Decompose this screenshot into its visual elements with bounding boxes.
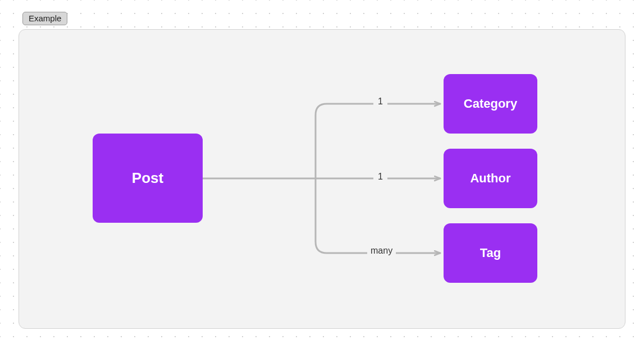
example-badge: Example — [22, 12, 67, 25]
edge-label-tag: many — [367, 246, 396, 256]
entity-author-label: Author — [470, 171, 510, 186]
edge-label-category: 1 — [373, 97, 387, 107]
entity-post: Post — [93, 134, 203, 223]
edge-label-author: 1 — [373, 172, 387, 182]
entity-post-label: Post — [132, 169, 163, 187]
entity-author: Author — [444, 149, 537, 208]
entity-tag: Tag — [444, 223, 537, 283]
entity-category-label: Category — [464, 97, 517, 111]
entity-category: Category — [444, 74, 537, 134]
entity-tag-label: Tag — [480, 246, 501, 260]
